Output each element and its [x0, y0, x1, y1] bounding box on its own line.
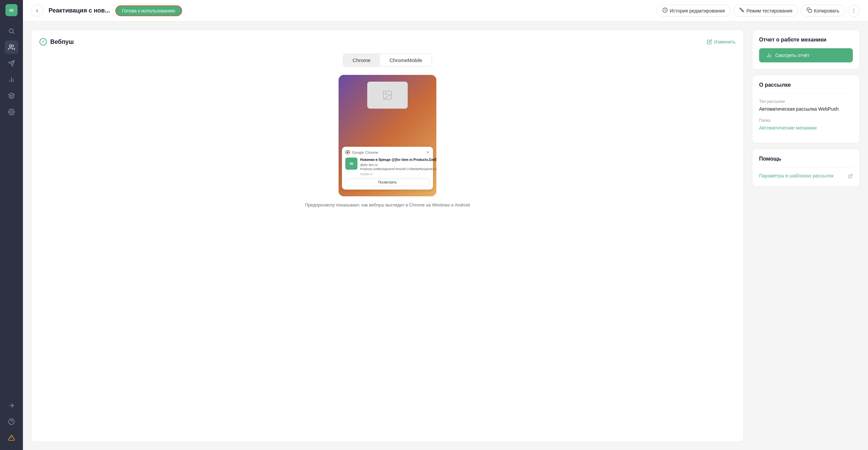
status-badge[interactable]: Готова к использованию [115, 5, 182, 16]
section-title-text: Вебпуш [50, 38, 74, 46]
report-section: Отчет о работе механики Смотреть отчёт [752, 30, 860, 69]
notification-title: Новинки в бренде @{for item in Products.… [360, 158, 436, 162]
sidebar-item-export[interactable] [5, 399, 18, 412]
notification-card: Google Chrome ✕ m Новинки в бренде @{for… [342, 147, 433, 190]
svg-line-25 [850, 174, 852, 176]
folder-row: Папка Автоматические механики [759, 118, 853, 131]
edit-button[interactable]: Изменить [707, 39, 735, 45]
sidebar-item-analytics[interactable] [5, 73, 18, 86]
phone-preview: Google Chrome ✕ m Новинки в бренде @{for… [339, 75, 436, 196]
about-section-title: О рассылке [759, 82, 853, 88]
svg-line-1 [13, 32, 15, 34]
svg-point-0 [9, 29, 13, 33]
sidebar: m [0, 0, 23, 450]
svg-point-6 [11, 111, 12, 113]
sidebar-item-users[interactable] [5, 40, 18, 54]
view-report-label: Смотреть отчёт [775, 53, 810, 58]
page-header: Реактивация с нов... Готова к использова… [23, 0, 868, 22]
sidebar-item-warning[interactable] [5, 431, 18, 445]
mailing-type-row: Тип рассылки Автоматическая рассылка Web… [759, 99, 853, 113]
tab-chrome[interactable]: Chrome [343, 54, 380, 66]
svg-line-15 [743, 12, 744, 12]
svg-point-21 [385, 93, 386, 94]
help-section-title: Помощь [759, 156, 853, 162]
folder-link[interactable]: Автоматические механики [759, 125, 817, 131]
tab-switcher: Chrome ChromeMobile [343, 54, 432, 67]
page-title: Реактивация с нов... [49, 7, 110, 14]
help-divider [759, 167, 853, 168]
folder-label: Папка [759, 118, 853, 123]
preview-caption: Предпросмотр показывает, как вебпуш выгл… [305, 202, 470, 208]
right-panel: Отчет о работе механики Смотреть отчёт О… [752, 30, 860, 442]
svg-point-17 [853, 8, 854, 9]
notification-brand-name: Google Chrome [352, 150, 378, 154]
notification-action-button[interactable]: Посмотреть [345, 178, 430, 186]
copy-button[interactable]: Копировать [801, 5, 845, 17]
mailing-type-value: Автоматическая рассылка WebPush [759, 106, 853, 113]
view-report-button[interactable]: Смотреть отчёт [759, 48, 853, 62]
external-link-icon[interactable] [848, 174, 853, 179]
svg-rect-16 [809, 9, 812, 12]
more-button[interactable] [848, 5, 860, 17]
test-mode-button[interactable]: Режим тестирования [733, 5, 798, 17]
sidebar-item-campaigns[interactable] [5, 57, 18, 70]
avatar[interactable]: m [5, 4, 18, 16]
help-link-row: Параметры в шаблонах рассылок [759, 173, 853, 179]
report-section-title: Отчет о работе механики [759, 37, 853, 43]
sidebar-item-settings[interactable] [5, 105, 18, 119]
svg-point-18 [853, 10, 854, 11]
sidebar-item-integrations[interactable] [5, 89, 18, 103]
notification-brand: Google Chrome [345, 150, 378, 155]
check-icon: ✓ [39, 38, 47, 46]
notification-header: Google Chrome ✕ [345, 150, 430, 155]
back-button[interactable] [31, 5, 43, 17]
chrome-logo-icon [345, 150, 350, 155]
main-content: Реактивация с нов... Готова к использова… [23, 0, 868, 450]
svg-point-19 [853, 12, 854, 13]
svg-point-2 [9, 45, 12, 47]
copy-label: Копировать [814, 8, 839, 13]
divider [759, 93, 853, 94]
history-icon [662, 7, 668, 14]
content-area: ✓ Вебпуш Изменить Chrome ChromeMobile [23, 22, 868, 450]
notification-body: m Новинки в бренде @{for item in Product… [345, 158, 430, 176]
edit-label: Изменить [714, 39, 735, 45]
history-button[interactable]: История редактирования [657, 5, 731, 17]
about-section: О рассылке Тип рассылки Автоматическая р… [752, 75, 860, 143]
test-mode-label: Режим тестирования [747, 8, 792, 13]
mailing-type-label: Тип рассылки [759, 99, 853, 104]
copy-icon [807, 7, 812, 14]
section-header: ✓ Вебпуш Изменить [39, 38, 735, 46]
help-section: Помощь Параметры в шаблонах рассылок [752, 149, 860, 187]
app-icon: m [345, 158, 357, 170]
left-panel: ✓ Вебпуш Изменить Chrome ChromeMobile [31, 30, 744, 442]
sidebar-item-help[interactable] [5, 415, 18, 428]
test-icon [739, 7, 745, 14]
history-label: История редактирования [670, 8, 725, 13]
sidebar-item-search[interactable] [5, 24, 18, 38]
tab-chrome-mobile[interactable]: ChromeMobile [380, 54, 432, 66]
header-actions: История редактирования Режим тестировани… [657, 5, 860, 17]
image-placeholder [367, 82, 408, 109]
notification-body-text: @{for item in Products.GetBySegment("Nov… [360, 163, 436, 171]
notification-site: mysite.ru [360, 172, 436, 176]
section-title: ✓ Вебпуш [39, 38, 74, 46]
preview-container: Chrome ChromeMobile Google Chrome [39, 54, 735, 208]
close-icon[interactable]: ✕ [426, 150, 430, 155]
notification-text-block: Новинки в бренде @{for item in Products.… [360, 158, 436, 176]
help-link[interactable]: Параметры в шаблонах рассылок [759, 173, 834, 178]
